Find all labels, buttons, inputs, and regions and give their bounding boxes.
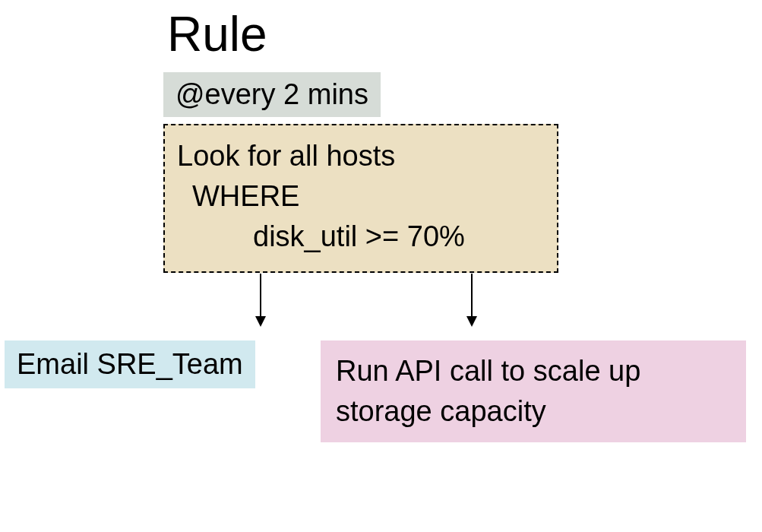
arrow-to-api bbox=[471, 274, 473, 325]
action-api-box: Run API call to scale up storage capacit… bbox=[321, 340, 746, 442]
condition-line2: WHERE bbox=[177, 176, 545, 217]
arrow-to-email bbox=[260, 274, 261, 325]
rule-title: Rule bbox=[167, 6, 267, 62]
condition-line3: disk_util >= 70% bbox=[177, 217, 545, 257]
condition-box: Look for all hosts WHERE disk_util >= 70… bbox=[163, 124, 558, 273]
action-email-box: Email SRE_Team bbox=[5, 340, 255, 388]
schedule-box: @every 2 mins bbox=[163, 72, 381, 117]
condition-line1: Look for all hosts bbox=[177, 136, 545, 176]
